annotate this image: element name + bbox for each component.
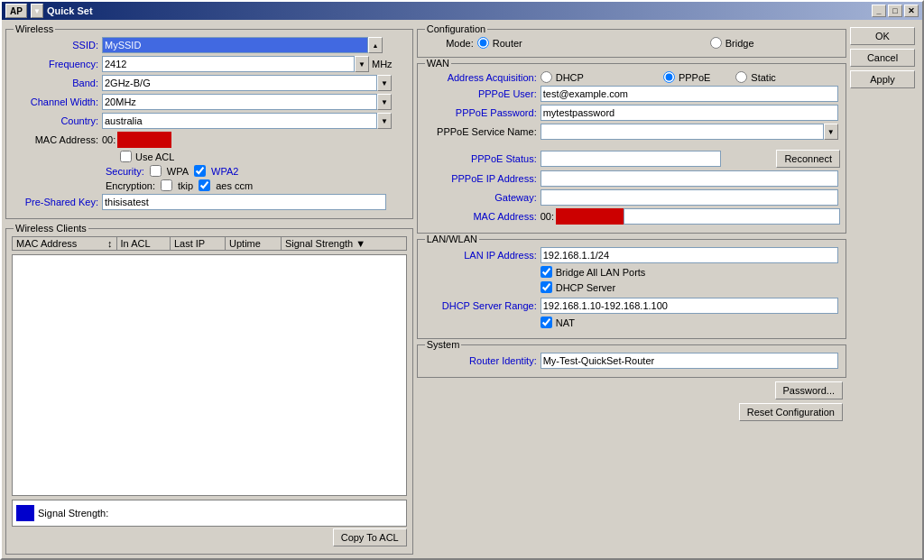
encryption-label: Encryption: — [106, 180, 155, 191]
copy-to-acl-button[interactable]: Copy To ACL — [333, 528, 407, 546]
channel-width-input[interactable] — [102, 94, 377, 110]
wan-mac-input[interactable] — [624, 208, 840, 225]
band-label: Band: — [12, 78, 102, 88]
country-input[interactable] — [102, 113, 377, 129]
channel-width-label: Channel Width: — [12, 96, 102, 107]
router-radio[interactable] — [477, 37, 489, 49]
wpa2-checkbox[interactable] — [194, 165, 206, 177]
dhcp-radio[interactable] — [541, 71, 552, 83]
close-button[interactable]: ✕ — [904, 5, 919, 17]
mode-radio-group: Router Bridge — [477, 37, 754, 49]
left-panel: Wireless SSID: ▲ Frequency: ▼ — [5, 23, 413, 555]
wan-label: WAN — [425, 58, 451, 69]
ssid-input-group: ▲ — [102, 37, 383, 53]
main-window: AP ▼ Quick Set _ □ ✕ Wireless SSID: ▲ — [0, 0, 924, 560]
col-mac: MAC Address ↕ — [13, 237, 117, 251]
pppoe-service-name-row: PPPoE Service Name: ▼ — [423, 124, 840, 140]
cancel-button[interactable]: Cancel — [850, 49, 915, 67]
band-row: Band: ▼ — [12, 75, 407, 91]
frequency-input[interactable] — [102, 56, 355, 72]
password-button[interactable]: Password... — [775, 381, 843, 399]
band-input-group: ▼ — [102, 75, 392, 91]
tkip-checkbox[interactable] — [161, 179, 172, 191]
nat-checkbox-row: NAT — [541, 317, 575, 328]
pppoe-ip-input[interactable] — [541, 170, 838, 187]
col-signal-arrow[interactable]: ▼ — [356, 238, 365, 249]
signal-strength-label: Signal Strength: — [38, 508, 108, 519]
pppoe-password-row: PPPoE Password: — [423, 105, 840, 121]
service-name-dropdown[interactable]: ▼ — [824, 124, 838, 140]
frequency-unit: MHz — [372, 59, 393, 69]
static-radio[interactable] — [735, 71, 747, 83]
reset-button-row: Reset Configuration — [417, 403, 846, 421]
pppoe-service-name-input[interactable] — [541, 124, 824, 140]
wpa-checkbox[interactable] — [150, 165, 162, 177]
pppoe-service-name-label: PPPoE Service Name: — [423, 126, 541, 137]
lan-ip-input[interactable] — [541, 247, 838, 263]
maximize-button[interactable]: □ — [888, 5, 902, 17]
acquisition-radio-group: DHCP PPPoE Static — [541, 71, 776, 83]
ssid-row: SSID: ▲ — [12, 37, 407, 53]
encryption-row: Encryption: tkip aes ccm — [12, 179, 407, 191]
mac-address-label: MAC Address: — [12, 134, 102, 145]
band-input[interactable] — [102, 75, 377, 91]
apply-button[interactable]: Apply — [850, 70, 915, 88]
ssid-input[interactable] — [102, 37, 368, 53]
ok-button[interactable]: OK — [850, 27, 915, 45]
address-acquisition-row: Address Acquisition: DHCP PPPoE Static — [423, 71, 840, 83]
mac-address-row: MAC Address: 00: — [12, 132, 407, 148]
frequency-dropdown-btn[interactable]: ▼ — [355, 56, 369, 72]
wan-mac-red-field[interactable] — [556, 208, 624, 225]
pppoe-user-row: PPPoE User: — [423, 86, 840, 102]
pppoe-label: PPPoE — [679, 72, 710, 83]
dhcp-server-label: DHCP Server — [556, 282, 615, 293]
pre-shared-key-input[interactable] — [102, 194, 386, 210]
dhcp-range-input[interactable] — [541, 298, 838, 314]
ssid-up-arrow[interactable]: ▲ — [368, 37, 383, 53]
pppoe-user-label: PPPoE User: — [423, 88, 541, 99]
right-main: Configuration Mode: Router Bridge — [417, 23, 846, 555]
col-lastip: Last IP — [170, 237, 225, 251]
reconnect-button[interactable]: Reconnect — [776, 150, 840, 168]
wan-mac-prefix: 00: — [541, 211, 554, 222]
country-dropdown-btn[interactable]: ▼ — [377, 113, 392, 129]
gateway-input[interactable] — [541, 189, 838, 206]
mac-prefix: 00: — [102, 134, 116, 145]
window-title: Quick Set — [47, 5, 93, 16]
pppoe-user-input[interactable] — [541, 86, 838, 102]
band-dropdown-btn[interactable]: ▼ — [377, 75, 392, 91]
router-identity-input[interactable] — [541, 353, 838, 369]
dhcp-server-row: DHCP Server — [541, 281, 646, 293]
ap-badge: AP — [5, 4, 27, 18]
main-content: Wireless SSID: ▲ Frequency: ▼ — [2, 20, 922, 558]
country-input-group: ▼ — [102, 113, 392, 129]
pppoe-status-label: PPPoE Status: — [423, 153, 541, 164]
mode-label: Mode: — [423, 38, 477, 49]
gateway-row: Gateway: — [423, 189, 840, 206]
pppoe-status-input[interactable] — [541, 151, 721, 167]
pppoe-password-input[interactable] — [541, 105, 838, 121]
pppoe-radio[interactable] — [663, 71, 675, 83]
aes-ccm-checkbox[interactable] — [199, 179, 210, 191]
reset-configuration-button[interactable]: Reset Configuration — [739, 403, 843, 421]
gateway-label: Gateway: — [423, 192, 541, 203]
frequency-input-group: ▼ — [102, 56, 369, 72]
pre-shared-key-row: Pre-Shared Key: — [12, 194, 407, 210]
col-uptime: Uptime — [226, 237, 282, 251]
channel-width-dropdown-btn[interactable]: ▼ — [377, 94, 392, 110]
ap-dropdown-arrow[interactable]: ▼ — [31, 4, 43, 18]
use-acl-checkbox[interactable] — [120, 151, 132, 162]
bridge-all-lan-checkbox[interactable] — [541, 266, 552, 278]
router-identity-row: Router Identity: — [423, 353, 840, 369]
bridge-radio[interactable] — [710, 37, 722, 49]
copy-btn-row: Copy To ACL — [12, 527, 407, 548]
pppoe-status-row: PPPoE Status: Reconnect — [423, 150, 840, 168]
pppoe-password-label: PPPoE Password: — [423, 107, 541, 118]
minimize-button[interactable]: _ — [872, 5, 886, 17]
dhcp-range-label: DHCP Server Range: — [423, 300, 541, 311]
dhcp-server-checkbox[interactable] — [541, 281, 552, 293]
nat-label: NAT — [556, 317, 575, 328]
mac-red-field[interactable] — [117, 132, 171, 148]
nat-checkbox[interactable] — [541, 317, 552, 328]
action-buttons: OK Cancel Apply — [846, 23, 919, 555]
